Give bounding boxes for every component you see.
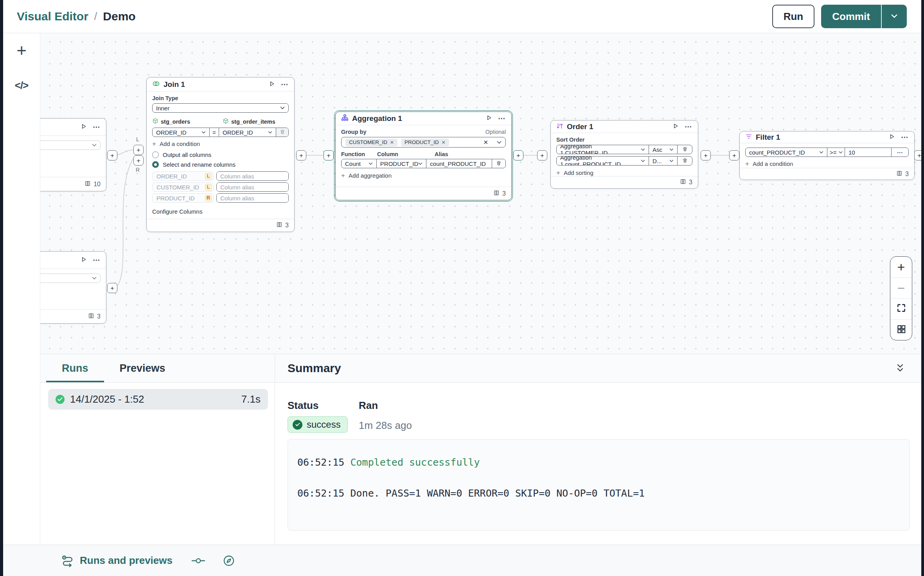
order-input-port[interactable]: +	[537, 150, 547, 160]
delete-sorting-button[interactable]	[677, 145, 692, 154]
fit-view-button[interactable]	[890, 298, 912, 319]
zoom-in-button[interactable]: +	[890, 257, 912, 277]
compass-icon[interactable]	[223, 554, 235, 567]
commit-node-icon[interactable]	[191, 558, 205, 564]
commit-button[interactable]: Commit	[821, 5, 881, 28]
pipeline-canvas[interactable]: ⋯ 10 ⋯	[40, 33, 921, 354]
sort-direction-select[interactable]: D...	[649, 157, 677, 165]
run-node-button[interactable]	[81, 123, 87, 131]
aggregation-output-port[interactable]: +	[513, 150, 523, 160]
run-node-button[interactable]	[81, 256, 87, 264]
add-node-port[interactable]: +	[107, 150, 117, 160]
port-right-label: R	[136, 167, 140, 173]
aggregation-node[interactable]: Aggregation 1 ⋯ Group by Optional CUSTOM…	[335, 112, 512, 200]
remove-chip-icon[interactable]: ✕	[390, 140, 394, 145]
join-icon	[152, 80, 160, 89]
collapse-panel-button[interactable]	[895, 363, 905, 373]
right-table-label: stg_order_items	[231, 119, 275, 125]
source-node-2[interactable]: ⋯ 3	[40, 251, 106, 324]
run-list-item[interactable]: 14/1/2025 - 1:52 7.1s	[48, 389, 268, 410]
tab-runs[interactable]: Runs	[46, 354, 104, 382]
columns-icon	[493, 190, 500, 198]
filter-node[interactable]: Filter 1 ⋯ count_PRODUCT_ID >=	[739, 131, 915, 180]
plus-icon: +	[152, 140, 156, 147]
column-alias-input[interactable]	[217, 183, 289, 191]
column-count: 10	[93, 181, 101, 188]
left-table-label: stg_orders	[161, 119, 190, 125]
join-right-input-port[interactable]: +	[133, 155, 144, 166]
sort-column-select[interactable]: Aggregation 1.count_PRODUCT_ID	[557, 157, 649, 165]
join-left-input-port[interactable]: +	[133, 145, 144, 155]
add-condition-link[interactable]: + Add a condition	[152, 140, 289, 147]
node-menu-button[interactable]: ⋯	[93, 256, 101, 264]
run-node-button[interactable]	[889, 133, 895, 141]
source-select[interactable]	[40, 274, 101, 283]
node-menu-button[interactable]: ⋯	[93, 123, 101, 131]
delete-condition-button[interactable]	[276, 128, 288, 137]
commit-dropdown-button[interactable]	[882, 5, 907, 28]
add-node-port[interactable]: +	[107, 283, 117, 293]
clear-selection-icon[interactable]: ✕	[483, 139, 488, 146]
code-view-button[interactable]: </>	[15, 79, 29, 92]
delete-sorting-button[interactable]	[677, 157, 692, 165]
alias-input[interactable]	[426, 160, 491, 167]
run-node-button[interactable]	[269, 81, 275, 88]
order-output-port[interactable]: +	[701, 150, 711, 160]
tab-previews[interactable]: Previews	[104, 354, 181, 382]
plus-icon: +	[556, 169, 560, 176]
run-button[interactable]: Run	[772, 5, 815, 28]
layout-grid-button[interactable]	[890, 319, 912, 340]
sort-column-select[interactable]: Aggregation 1.CUSTOMER_ID	[557, 145, 649, 154]
filter-value-input[interactable]	[845, 149, 891, 156]
join-node[interactable]: Join 1 ⋯ Join Type Inner stg_or	[146, 77, 295, 232]
source-select[interactable]	[40, 140, 101, 150]
canvas-toolbar: + </>	[3, 33, 40, 545]
delete-aggregation-button[interactable]	[492, 159, 505, 168]
node-menu-button[interactable]: ⋯	[498, 115, 506, 122]
runs-previews-toggle[interactable]: Runs and previews	[80, 554, 173, 567]
remove-chip-icon[interactable]: ✕	[442, 140, 446, 145]
group-by-multiselect[interactable]: CUSTOMER_ID ✕ PRODUCT_ID ✕ ✕	[341, 137, 506, 148]
node-menu-button[interactable]: ⋯	[901, 133, 909, 141]
column-alias-input[interactable]	[217, 172, 289, 180]
output-all-columns-radio[interactable]: Output all columns	[152, 151, 289, 158]
zoom-out-button[interactable]: −	[890, 277, 912, 299]
join-left-column-value: ORDER_ID	[156, 129, 187, 136]
ran-value: 1m 28s ago	[359, 419, 412, 432]
filter-output-port[interactable]: +	[914, 150, 921, 160]
table-icon	[152, 118, 158, 125]
aggregation-input-port[interactable]: +	[324, 150, 334, 160]
run-node-button[interactable]	[672, 123, 679, 130]
configure-columns-link[interactable]: Configure Columns	[152, 208, 289, 215]
filter-operator-select[interactable]: >=	[827, 148, 845, 157]
add-condition-link[interactable]: + Add a condition	[745, 160, 909, 167]
filter-column-select[interactable]: count_PRODUCT_ID	[746, 148, 827, 157]
add-aggregation-link[interactable]: + Add aggregation	[341, 172, 506, 179]
condition-menu-button[interactable]: ⋯	[891, 148, 908, 157]
add-node-button[interactable]: +	[16, 42, 27, 59]
success-check-icon	[56, 395, 65, 404]
breadcrumb-section[interactable]: Visual Editor	[17, 10, 88, 23]
node-menu-button[interactable]: ⋯	[685, 123, 692, 130]
join-left-column-select[interactable]: ORDER_ID	[153, 128, 209, 137]
node-menu-button[interactable]: ⋯	[281, 81, 289, 88]
left-edge-strip	[0, 0, 3, 576]
add-sorting-link[interactable]: + Add sorting	[556, 169, 692, 176]
chevron-down-icon[interactable]	[497, 141, 502, 144]
columns-icon	[276, 221, 282, 229]
source-node-1[interactable]: ⋯ 10	[40, 118, 106, 191]
chevron-down-icon	[89, 144, 97, 147]
filter-input-port[interactable]: +	[729, 150, 739, 160]
play-icon	[81, 123, 87, 131]
function-select[interactable]: Count	[342, 159, 376, 168]
join-output-port[interactable]: +	[296, 150, 306, 160]
join-right-column-select[interactable]: ORDER_ID	[219, 128, 276, 137]
sort-direction-select[interactable]: Asc	[649, 145, 677, 154]
order-node[interactable]: Order 1 ⋯ Sort Order Aggregation 1.CUSTO…	[550, 120, 698, 189]
column-alias-input[interactable]	[217, 194, 289, 202]
select-rename-columns-radio[interactable]: Select and rename columns	[152, 161, 289, 168]
run-node-button[interactable]	[486, 115, 492, 122]
join-type-select[interactable]: Inner	[152, 103, 289, 113]
aggregation-column-select[interactable]: PRODUCT_ID	[376, 159, 426, 168]
select-rename-columns-label: Select and rename columns	[163, 161, 235, 168]
